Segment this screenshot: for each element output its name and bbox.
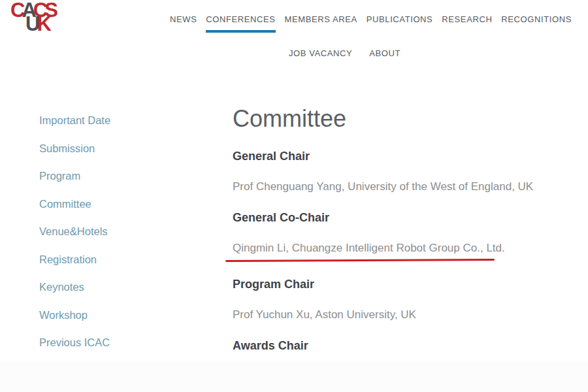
nav-item-members-area[interactable]: MEMBERS AREA <box>285 14 357 33</box>
committee-role: Program Chair <box>233 276 540 292</box>
nav-item-publications[interactable]: PUBLICATIONS <box>367 14 433 33</box>
nav-item-research[interactable]: RESEARCH <box>442 14 492 33</box>
site-logo[interactable]: CACS UK <box>10 3 55 32</box>
committee-section-general-co-chair: General Co-Chair Qingmin Li, Chuangze In… <box>233 210 540 261</box>
sidebar-item-previous-icac[interactable]: Previous ICAC <box>39 335 183 350</box>
main-nav-row-2: JOB VACANCY ABOUT <box>144 48 546 67</box>
sidebar-item-submission[interactable]: Submission <box>39 140 183 156</box>
sidebar: Important Date Submission Program Commit… <box>39 112 183 363</box>
footer-band <box>0 361 588 392</box>
page-title: Committee <box>233 105 540 133</box>
committee-person: Prof Yuchun Xu, Aston University, UK <box>233 307 540 323</box>
committee-section-general-chair: General Chair Prof Chenguang Yang, Unive… <box>233 148 540 195</box>
nav-item-recognitions[interactable]: RECOGNITIONS <box>501 14 572 33</box>
main-nav-row-1: NEWS CONFERENCES MEMBERS AREA PUBLICATIO… <box>170 14 572 33</box>
sidebar-item-keynotes[interactable]: Keynotes <box>39 279 183 295</box>
sidebar-item-registration[interactable]: Registration <box>39 252 183 267</box>
main-nav: NEWS CONFERENCES MEMBERS AREA PUBLICATIO… <box>170 14 572 67</box>
nav-item-conferences[interactable]: CONFERENCES <box>206 14 275 33</box>
committee-role: General Chair <box>233 148 540 164</box>
committee-person: Prof Chenguang Yang, University of the W… <box>233 179 540 195</box>
committee-section-program-chair: Program Chair Prof Yuchun Xu, Aston Univ… <box>233 276 540 323</box>
committee-content: Committee General Chair Prof Chenguang Y… <box>233 105 540 384</box>
nav-item-job-vacancy[interactable]: JOB VACANCY <box>289 48 352 67</box>
committee-role: Awards Chair <box>233 338 540 353</box>
committee-role: General Co-Chair <box>233 210 540 225</box>
committee-person: Qingmin Li, Chuangze Intelligent Robot G… <box>233 240 540 256</box>
sidebar-item-program[interactable]: Program <box>39 168 183 184</box>
red-annotation-underline <box>225 259 495 262</box>
sidebar-item-important-date[interactable]: Important Date <box>39 112 183 128</box>
sidebar-item-venue-hotels[interactable]: Venue&Hotels <box>39 223 183 239</box>
nav-item-about[interactable]: ABOUT <box>369 48 400 67</box>
nav-item-news[interactable]: NEWS <box>170 14 197 33</box>
sidebar-item-committee[interactable]: Committee <box>39 196 183 212</box>
sidebar-item-workshop[interactable]: Workshop <box>39 307 183 323</box>
site-header: CACS UK NEWS CONFERENCES MEMBERS AREA PU… <box>0 0 588 75</box>
